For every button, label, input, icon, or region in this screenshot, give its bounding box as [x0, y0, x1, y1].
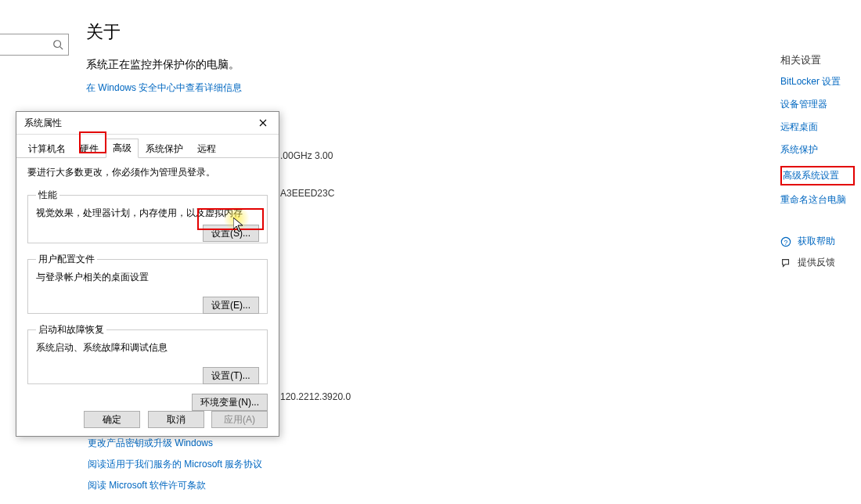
sidebar-system-protect[interactable]: 系统保护 — [780, 143, 855, 157]
svg-line-1 — [60, 47, 63, 50]
link-change-key[interactable]: 更改产品密钥或升级 Windows — [88, 437, 262, 450]
guid-fragment: A3EEED23C — [280, 188, 334, 199]
startup-recovery-desc: 系统启动、系统故障和调试信息 — [36, 341, 259, 355]
dialog-tabs: 计算机名 硬件 高级 系统保护 远程 — [16, 137, 279, 158]
user-profile-settings-button[interactable]: 设置(E)... — [203, 297, 259, 314]
dialog-title: 系统属性 — [24, 117, 247, 130]
sidebar-feedback[interactable]: 提供反馈 — [798, 256, 835, 269]
security-status: 系统正在监控并保护你的电脑。 — [86, 58, 587, 72]
link-service-terms[interactable]: 阅读适用于我们服务的 Microsoft 服务协议 — [88, 458, 262, 471]
cancel-button[interactable]: 取消 — [148, 411, 204, 428]
startup-recovery-settings-button[interactable]: 设置(T)... — [203, 367, 259, 384]
startup-recovery-legend: 启动和故障恢复 — [36, 323, 106, 337]
sidebar-advanced-settings[interactable]: 高级系统设置 — [783, 169, 852, 182]
tab-remote[interactable]: 远程 — [190, 139, 223, 158]
performance-settings-button[interactable]: 设置(S)... — [203, 225, 259, 242]
user-profile-desc: 与登录帐户相关的桌面设置 — [36, 271, 259, 284]
tab-computer-name[interactable]: 计算机名 — [21, 139, 73, 158]
startup-recovery-group: 启动和故障恢复 系统启动、系统故障和调试信息 设置(T)... — [27, 323, 268, 384]
sidebar-search[interactable] — [0, 34, 69, 56]
security-center-link[interactable]: 在 Windows 安全中心中查看详细信息 — [86, 82, 242, 93]
sidebar-header: 相关设置 — [780, 53, 855, 67]
dialog-close-button[interactable] — [247, 112, 279, 134]
svg-text:?: ? — [784, 238, 788, 246]
cpu-fragment: .00GHz 3.00 — [280, 150, 333, 161]
user-profile-group: 用户配置文件 与登录帐户相关的桌面设置 设置(E)... — [27, 253, 268, 314]
related-settings-sidebar: 相关设置 BitLocker 设置 设备管理器 远程桌面 系统保护 高级系统设置… — [780, 53, 855, 277]
sidebar-bitlocker[interactable]: BitLocker 设置 — [780, 75, 855, 88]
feedback-icon — [780, 257, 791, 268]
performance-legend: 性能 — [36, 189, 59, 202]
sidebar-get-help[interactable]: 获取帮助 — [798, 235, 835, 248]
ver-fragment: 120.2212.3920.0 — [280, 391, 351, 402]
sidebar-rename-pc[interactable]: 重命名这台电脑 — [780, 193, 855, 207]
user-profile-legend: 用户配置文件 — [36, 253, 97, 266]
performance-group: 性能 视觉效果，处理器计划，内存使用，以及虚拟内存 设置(S)... — [27, 189, 268, 243]
link-license-terms[interactable]: 阅读 Microsoft 软件许可条款 — [88, 479, 262, 492]
close-icon — [259, 119, 267, 127]
tab-advanced[interactable]: 高级 — [106, 139, 139, 158]
help-icon: ? — [780, 236, 791, 247]
page-title: 关于 — [86, 20, 587, 44]
sidebar-advanced-highlight: 高级系统设置 — [780, 166, 855, 185]
ok-button[interactable]: 确定 — [84, 411, 140, 428]
sidebar-device-manager[interactable]: 设备管理器 — [780, 98, 855, 111]
sidebar-remote-desktop[interactable]: 远程桌面 — [780, 121, 855, 134]
svg-point-0 — [54, 41, 61, 48]
system-properties-dialog: 系统属性 计算机名 硬件 高级 系统保护 远程 要进行大多数更改，你必须作为管理… — [16, 111, 279, 437]
apply-button[interactable]: 应用(A) — [211, 411, 268, 428]
performance-desc: 视觉效果，处理器计划，内存使用，以及虚拟内存 — [36, 207, 259, 220]
admin-note: 要进行大多数更改，你必须作为管理员登录。 — [27, 166, 268, 179]
tab-hardware[interactable]: 硬件 — [73, 139, 106, 158]
tab-system-protect[interactable]: 系统保护 — [139, 139, 190, 158]
env-variables-button[interactable]: 环境变量(N)... — [192, 394, 268, 411]
search-icon — [52, 39, 63, 50]
